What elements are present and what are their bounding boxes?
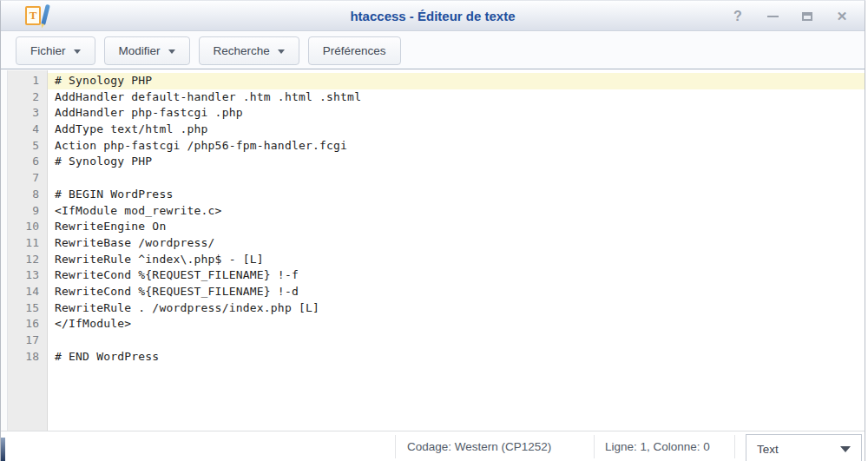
- chevron-down-icon: [74, 49, 81, 54]
- line-number: 3: [8, 105, 47, 122]
- code-line[interactable]: # Synology PHP: [48, 73, 865, 89]
- code-line[interactable]: RewriteCond %{REQUEST_FILENAME} !-d: [48, 284, 865, 300]
- search-menu-button[interactable]: Recherche: [199, 36, 299, 65]
- editor-left-margin: [1, 70, 8, 431]
- file-menu-label: Fichier: [30, 44, 66, 57]
- code-line[interactable]: <IfModule mod_rewrite.c>: [48, 203, 865, 220]
- code-editor[interactable]: 123456789101112131415161718 # Synology P…: [1, 70, 865, 431]
- code-line[interactable]: RewriteCond %{REQUEST_FILENAME} !-f: [48, 267, 865, 284]
- line-number: 12: [8, 252, 47, 268]
- code-line[interactable]: AddHandler default-handler .htm .html .s…: [48, 89, 865, 106]
- code-line[interactable]: AddHandler php-fastcgi .php: [48, 105, 865, 122]
- statusbar: Codage: Western (CP1252) Ligne: 1, Colon…: [1, 431, 865, 461]
- line-number: 2: [8, 89, 47, 106]
- code-line[interactable]: [48, 333, 865, 349]
- chevron-down-icon: [840, 446, 851, 452]
- code-line[interactable]: # Synology PHP: [48, 154, 865, 170]
- window-controls: ? ✕: [731, 1, 849, 31]
- close-icon[interactable]: ✕: [835, 9, 849, 24]
- line-number: 5: [8, 138, 47, 155]
- desktop-edge-artifact: [1, 438, 5, 461]
- search-menu-label: Recherche: [214, 44, 270, 57]
- toolbar: Fichier Modifier Recherche Préférences: [1, 32, 865, 69]
- line-number: 10: [8, 219, 47, 235]
- edit-menu-label: Modifier: [119, 44, 161, 57]
- status-divider: [734, 435, 735, 458]
- line-number: 4: [8, 122, 47, 138]
- file-menu-button[interactable]: Fichier: [16, 36, 95, 65]
- titlebar[interactable]: T htaccess - Éditeur de texte ? ✕: [1, 1, 865, 31]
- line-number: 14: [8, 284, 47, 300]
- code-line[interactable]: # END WordPress: [48, 349, 865, 366]
- line-number: 13: [8, 267, 47, 284]
- line-number: 6: [8, 154, 47, 170]
- code-line[interactable]: AddType text/html .php: [48, 122, 865, 138]
- status-divider: [594, 435, 595, 458]
- code-lines[interactable]: # Synology PHPAddHandler default-handler…: [48, 70, 865, 431]
- line-number: 1: [8, 73, 47, 89]
- line-number: 18: [8, 349, 47, 366]
- code-line[interactable]: [48, 170, 865, 187]
- code-line[interactable]: </IfModule>: [48, 316, 865, 333]
- help-icon[interactable]: ?: [731, 9, 745, 24]
- line-number: 9: [8, 203, 47, 220]
- status-cursor-position: Ligne: 1, Colonne: 0: [605, 431, 710, 461]
- line-number: 17: [8, 333, 47, 349]
- preferences-label: Préférences: [323, 44, 386, 57]
- line-number: 15: [8, 300, 47, 317]
- code-line[interactable]: RewriteRule . /wordpress/index.php [L]: [48, 300, 865, 317]
- status-divider: [395, 435, 396, 458]
- text-editor-window: T htaccess - Éditeur de texte ? ✕ Fichie…: [0, 0, 865, 461]
- syntax-dropdown-value: Text: [757, 443, 779, 456]
- code-line[interactable]: Action php-fastcgi /php56-fpm-handler.fc…: [48, 138, 865, 155]
- minimize-icon[interactable]: [766, 9, 779, 24]
- status-encoding: Codage: Western (CP1252): [407, 431, 551, 461]
- code-line[interactable]: RewriteBase /wordpress/: [48, 235, 865, 252]
- preferences-button[interactable]: Préférences: [308, 36, 401, 65]
- line-number: 8: [8, 187, 47, 203]
- chevron-down-icon: [168, 49, 175, 54]
- line-number: 11: [8, 235, 47, 252]
- edit-menu-button[interactable]: Modifier: [104, 36, 190, 65]
- chevron-down-icon: [278, 49, 285, 54]
- line-number: 7: [8, 170, 47, 187]
- code-line[interactable]: RewriteRule ^index\.php$ - [L]: [48, 252, 865, 268]
- line-number-gutter: 123456789101112131415161718: [8, 70, 48, 431]
- code-line[interactable]: # BEGIN WordPress: [48, 187, 865, 203]
- maximize-icon[interactable]: [800, 9, 814, 24]
- syntax-dropdown[interactable]: Text: [746, 434, 862, 461]
- code-line[interactable]: RewriteEngine On: [48, 219, 865, 235]
- line-number: 16: [8, 316, 47, 333]
